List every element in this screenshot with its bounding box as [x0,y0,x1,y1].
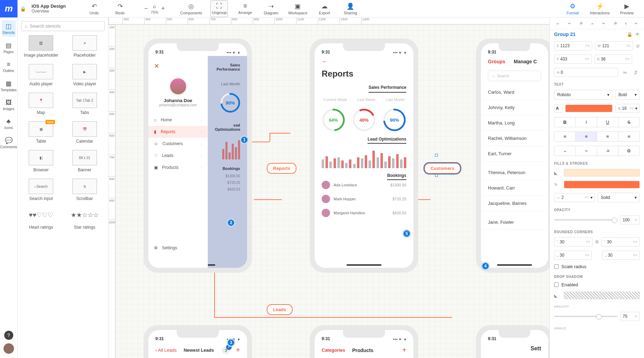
selection-name[interactable]: Group 21 [554,31,624,37]
stencil-map[interactable]: 📍Map [21,93,61,115]
stroke-color-swatch[interactable] [564,181,640,188]
interactions-button[interactable]: ⚡Interactions [590,0,610,17]
menu-customers[interactable]: ☺Customers› [148,138,208,150]
stencil-heart-ratings[interactable]: ♥♥♡♡♡Heart ratings [21,207,61,230]
align-center-button[interactable]: ≡ [576,132,597,141]
valign-bottom-button[interactable]: ⫡ [597,146,618,156]
menu-reports[interactable]: ▮Reports‹ [148,126,208,138]
w-input[interactable]: W121PX [595,41,633,50]
corner-tl-input[interactable]: ⌜30PX [554,237,593,246]
close-icon[interactable]: ✕ [148,59,208,73]
flow-label-customers[interactable]: Customers [424,163,461,174]
link-corners-icon[interactable]: ⧉ [595,239,598,245]
hotspot-5[interactable]: 5 [402,229,411,238]
align-right-button[interactable]: ≡ [597,132,618,141]
font-weight-select[interactable]: Bold▾ [615,90,640,100]
hotspot-4[interactable]: 4 [481,262,490,270]
shadow-enabled-checkbox[interactable] [554,282,559,287]
hotspot-2[interactable]: 2 [227,219,235,227]
ungroup-button[interactable]: ⛶Ungroup [210,0,228,17]
redo-button[interactable]: ↷Redo [111,0,129,17]
stencil-tabs[interactable]: Tab 1 Tab 2Tabs [65,93,105,115]
stencil-audio-player[interactable]: ◦—◦—◦Audio player [21,64,61,86]
strike-button[interactable]: S̶ [618,117,639,127]
align-top-icon[interactable]: ⫠ [590,21,595,26]
menu-home[interactable]: ⌂Home› [148,114,208,126]
stencil-browser[interactable]: ◧Browser [21,150,61,172]
export-button[interactable]: ☁Export [316,0,333,17]
customer-item[interactable]: Jane, Fowler [481,215,548,230]
stencil-calendar[interactable]: 📅Calendar [65,121,105,144]
align-center-h-icon[interactable]: ⫟ [567,21,572,26]
align-right-icon[interactable]: ⫡ [579,21,583,26]
menu-settings[interactable]: ⚙Settings [148,242,208,254]
mockup-reports[interactable]: 9:31••• ᯤ ▮ ← Reports Sales Performance … [310,38,418,273]
stroke-style-select[interactable]: Solid▾ [598,193,640,202]
rail-templates[interactable]: ▦Templates [2,78,16,94]
customer-item[interactable]: Jacqueline, Barnes [481,196,548,211]
customer-item[interactable]: Howard, Carr [481,180,548,196]
stencil-scrollbar[interactable]: ⇅Scrollbar [65,179,105,201]
hotspot-3[interactable]: 3 [227,338,235,347]
stencil-search[interactable]: ⌕ Search stencils [21,21,105,31]
rail-icons[interactable]: ♣Icons [2,116,16,132]
mockup-customers[interactable]: 9:31 GroupsManage C ⌕Search Carlos, Ward… [476,38,550,273]
flow-label-leads[interactable]: Leads [267,304,293,315]
back-link[interactable]: ‹ All Leads [155,348,177,353]
add-icon[interactable]: + [402,346,406,354]
x-input[interactable]: X1123PX [554,41,592,50]
stencil-star-ratings[interactable]: ★★☆☆☆Star ratings [65,207,105,230]
shadow-opacity-slider[interactable] [554,316,617,317]
diagram-button[interactable]: ⇢Diagram [262,0,280,17]
stencil-image-placeholder[interactable]: 🖼Image placeholder [21,35,61,58]
app-logo[interactable]: m [0,0,18,17]
opacity-slider[interactable] [554,219,617,221]
font-family-select[interactable]: Roboto▾ [554,90,612,100]
workspace-button[interactable]: ▣Workspace [288,0,307,17]
stencil-table[interactable]: New▦Table [21,121,61,144]
rail-stencils[interactable]: ◫Stencils [2,20,16,37]
italic-button[interactable]: I [576,117,597,127]
flip-v-icon[interactable]: ⇵ [632,70,640,75]
underline-button[interactable]: U [597,117,618,127]
user-avatar[interactable] [4,343,14,354]
customer-search[interactable]: ⌕Search [488,71,541,81]
arrange-button[interactable]: ≡Arrange [236,0,254,17]
menu-leads[interactable]: ♡Leads› [148,150,208,162]
stencil-banner[interactable]: 88 x 31Banner [65,150,105,172]
valign-middle-button[interactable]: ⫟ [576,146,597,156]
doc-title-block[interactable]: iOS App Design Overview [28,3,77,14]
valign-top-button[interactable]: ⫠ [554,146,576,156]
help-button[interactable]: ? [4,331,13,340]
stencil-placeholder[interactable]: ✕Placeholder [65,35,105,58]
corner-tr-input[interactable]: ⌝30PX [601,237,640,246]
lock-icon[interactable]: 🔒 [627,32,632,37]
format-button[interactable]: ⚙Format [564,0,581,17]
align-justify-button[interactable]: ≡ [618,132,639,141]
lock-icon[interactable]: 🔒 [18,6,28,12]
fill-icon[interactable]: ◣ [554,170,561,176]
booking-row[interactable]: Ada Lovelace$1300.50 [315,178,413,192]
stroke-width-input[interactable]: —2PT▾ [554,193,595,202]
mockup-products[interactable]: 9:31••• ᯤ ▮ Categories Products + ⌕ Sear… [310,325,418,358]
zoom-in-button[interactable]: + [161,5,165,12]
align-left-icon[interactable]: ⫠ [555,21,560,26]
visibility-icon[interactable]: 👁 [635,32,640,37]
rotation-input[interactable]: ⟲0 [554,68,618,77]
h-input[interactable]: H36PX [595,55,632,64]
menu-products[interactable]: ▣Products› [148,162,208,173]
scale-radius-checkbox[interactable] [554,264,559,269]
font-size-input[interactable]: ⇅16PX▾ [615,104,640,113]
text-settings-button[interactable]: ⚙ [618,146,639,156]
shadow-opacity-input[interactable]: 75% [620,312,640,321]
customer-item[interactable]: Martha, Long [481,115,548,131]
shadow-color-swatch[interactable] [564,292,640,299]
zoom-out-button[interactable]: − [144,5,148,12]
stencil-search-input[interactable]: ⌕ SearchSearch input [21,179,61,201]
shadow-color-icon[interactable]: ◣ [554,293,561,298]
stencil-video-player[interactable]: ▶Video player [65,64,105,86]
text-color-button[interactable]: A [554,104,562,113]
components-button[interactable]: ◎Components [180,0,202,17]
flip-h-icon[interactable]: ⇋ [621,70,629,75]
customer-item[interactable]: Johnny, Kelly [481,100,548,115]
